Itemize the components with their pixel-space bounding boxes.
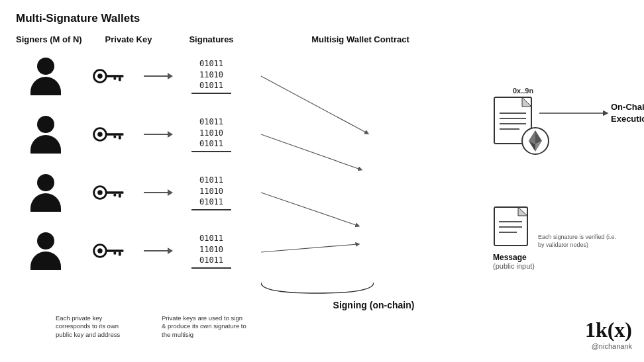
svg-rect-8: [113, 77, 116, 80]
svg-rect-23: [113, 252, 116, 255]
sig-1: 010111101001011: [175, 58, 248, 94]
person-head-3: [37, 174, 54, 191]
key-2: [76, 124, 142, 145]
eth-logo: [521, 126, 550, 156]
svg-point-10: [97, 132, 102, 136]
message-area: Message (public input) Each signature is…: [493, 206, 617, 249]
contract-address: 0x..9n: [513, 87, 541, 95]
arrow-1: [142, 73, 175, 79]
header-multisig: Multisig Wallet Contract: [294, 34, 427, 44]
sig-3: 010111101001011: [175, 175, 248, 210]
contract-doc: [493, 96, 541, 153]
branding: 1k(x) @nichanank: [585, 318, 632, 350]
key-icon-1: [90, 66, 127, 87]
column-headers: Signers (M of N) Private Key Signatures …: [16, 34, 533, 44]
execution-arrow-svg: [539, 100, 619, 126]
row-4: 010111101001011: [16, 222, 480, 280]
sig-2: 010111101001011: [175, 116, 248, 152]
key-1: [76, 66, 142, 87]
arrow-3: [142, 189, 175, 196]
message-doc-svg: [493, 206, 533, 249]
key-4: [76, 240, 142, 261]
person-head-1: [37, 58, 54, 75]
verify-note: Each signature is verified (i.e. by vali…: [538, 234, 617, 249]
arrow-4: [142, 248, 175, 254]
arrow-2: [142, 131, 175, 138]
brand-main: 1k(x): [585, 318, 632, 342]
svg-rect-6: [106, 75, 123, 77]
execution-label: On-ChainExecution: [611, 101, 644, 125]
svg-point-5: [97, 73, 102, 78]
svg-rect-21: [106, 249, 123, 252]
contract-area: 0x..9n: [493, 87, 541, 153]
person-body-4: [30, 251, 61, 270]
svg-rect-11: [106, 133, 123, 136]
note-2: Private keys are used to sign & produce …: [162, 314, 248, 339]
person-head-4: [37, 232, 54, 249]
header-signatures: Signatures: [168, 34, 254, 44]
sig-4: 010111101001011: [175, 233, 248, 269]
brand-sub: @nichanank: [585, 342, 632, 350]
svg-rect-16: [106, 191, 123, 194]
brace-svg: [261, 281, 374, 296]
person-1: [16, 58, 76, 95]
sig-text-2: 010111101001011: [191, 116, 231, 150]
person-body-3: [30, 193, 61, 212]
svg-rect-22: [119, 252, 121, 256]
person-head-2: [37, 116, 54, 133]
signing-label: Signing (on-chain): [268, 300, 480, 310]
left-section: 010111101001011: [16, 47, 480, 339]
main-container: Multi-Signature Wallets Signers (M of N)…: [0, 0, 644, 362]
svg-rect-7: [119, 77, 121, 81]
svg-rect-18: [113, 194, 116, 197]
brace-signing-area: Signing (on-chain): [261, 281, 480, 310]
svg-rect-17: [119, 194, 121, 198]
person-body-1: [30, 77, 61, 95]
key-icon-4: [90, 240, 127, 261]
person-2: [16, 116, 76, 154]
sig-text-1: 010111101001011: [191, 58, 231, 91]
message-label: Message: [493, 253, 617, 262]
svg-rect-12: [119, 136, 121, 140]
right-diagram: 0x..9n: [486, 47, 628, 339]
page-title: Multi-Signature Wallets: [16, 12, 628, 25]
svg-point-20: [97, 248, 102, 253]
header-privatekey: Private Key: [89, 34, 168, 44]
row-2: 010111101001011: [16, 105, 480, 163]
sig-text-3: 010111101001011: [191, 175, 231, 208]
message-sublabel: (public input): [493, 262, 617, 270]
key-icon-3: [90, 182, 127, 203]
key-icon-2: [90, 124, 127, 145]
header-signers: Signers (M of N): [16, 34, 89, 44]
main-layout: 010111101001011: [16, 47, 628, 339]
svg-rect-13: [113, 136, 116, 138]
bottom-notes: Each private key corresponds to its own …: [16, 314, 480, 339]
sig-text-4: 010111101001011: [191, 233, 231, 266]
note-1: Each private key corresponds to its own …: [56, 314, 135, 339]
row-1: 010111101001011: [16, 47, 480, 105]
person-3: [16, 174, 76, 212]
person-body-2: [30, 135, 61, 154]
person-4: [16, 232, 76, 270]
key-3: [76, 182, 142, 203]
row-3: 010111101001011: [16, 163, 480, 222]
svg-point-15: [97, 190, 102, 195]
